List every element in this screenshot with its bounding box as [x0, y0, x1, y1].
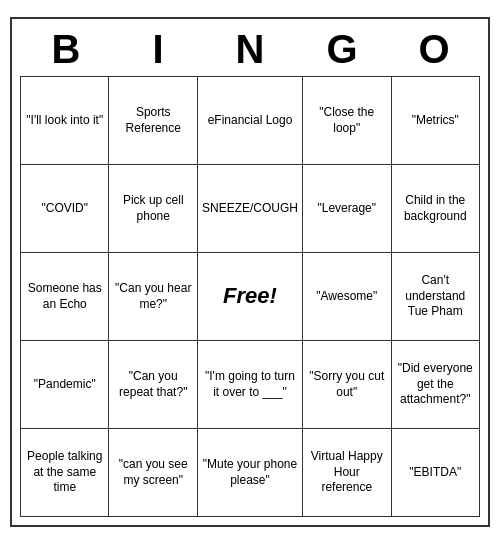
- bingo-cell-21[interactable]: "can you see my screen": [109, 429, 198, 517]
- bingo-cell-2[interactable]: eFinancial Logo: [198, 77, 303, 165]
- bingo-cell-6[interactable]: Pick up cell phone: [109, 165, 198, 253]
- bingo-cell-0[interactable]: "I'll look into it": [21, 77, 109, 165]
- bingo-cell-17[interactable]: "I'm going to turn it over to ___": [198, 341, 303, 429]
- bingo-grid: "I'll look into it"Sports ReferenceeFina…: [20, 76, 480, 517]
- bingo-cell-11[interactable]: "Can you hear me?": [109, 253, 198, 341]
- bingo-cell-24[interactable]: "EBITDA": [392, 429, 481, 517]
- bingo-cell-22[interactable]: "Mute your phone please": [198, 429, 303, 517]
- bingo-cell-23[interactable]: Virtual Happy Hour reference: [303, 429, 392, 517]
- bingo-cell-14[interactable]: Can't understand Tue Pham: [392, 253, 481, 341]
- bingo-cell-8[interactable]: "Leverage": [303, 165, 392, 253]
- letter-o: O: [390, 27, 478, 72]
- bingo-cell-3[interactable]: "Close the loop": [303, 77, 392, 165]
- bingo-cell-18[interactable]: "Sorry you cut out": [303, 341, 392, 429]
- letter-g: G: [298, 27, 386, 72]
- letter-n: N: [206, 27, 294, 72]
- bingo-cell-7[interactable]: SNEEZE/COUGH: [198, 165, 303, 253]
- bingo-cell-12[interactable]: Free!: [198, 253, 303, 341]
- bingo-cell-15[interactable]: "Pandemic": [21, 341, 109, 429]
- bingo-cell-4[interactable]: "Metrics": [392, 77, 481, 165]
- bingo-cell-19[interactable]: "Did everyone get the attachment?": [392, 341, 481, 429]
- letter-i: I: [114, 27, 202, 72]
- bingo-cell-1[interactable]: Sports Reference: [109, 77, 198, 165]
- bingo-cell-20[interactable]: People talking at the same time: [21, 429, 109, 517]
- bingo-cell-5[interactable]: "COVID": [21, 165, 109, 253]
- bingo-cell-13[interactable]: "Awesome": [303, 253, 392, 341]
- bingo-title: B I N G O: [20, 27, 480, 72]
- letter-b: B: [22, 27, 110, 72]
- bingo-cell-10[interactable]: Someone has an Echo: [21, 253, 109, 341]
- bingo-cell-9[interactable]: Child in the background: [392, 165, 481, 253]
- bingo-card: B I N G O "I'll look into it"Sports Refe…: [10, 17, 490, 527]
- bingo-cell-16[interactable]: "Can you repeat that?": [109, 341, 198, 429]
